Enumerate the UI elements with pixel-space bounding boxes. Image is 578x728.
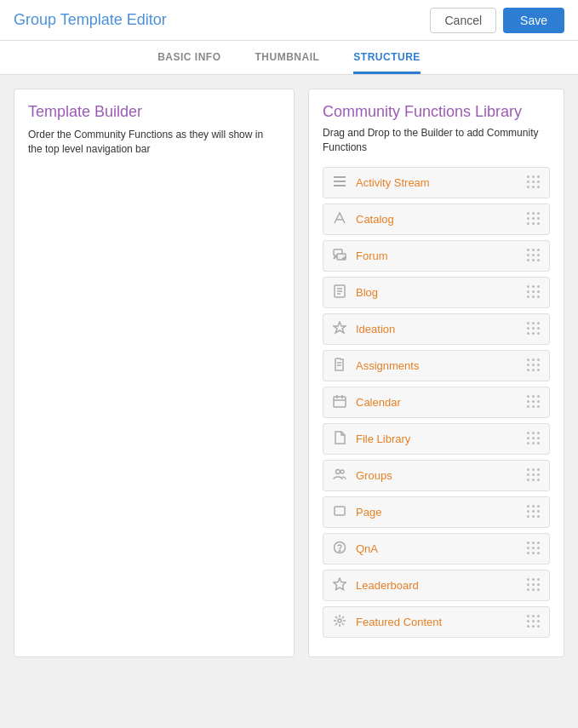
function-item-assignments[interactable]: Assignments [323,350,550,381]
page-icon [332,504,347,520]
svg-line-26 [335,616,337,618]
function-item-forum[interactable]: Forum [323,240,550,272]
svg-rect-18 [335,507,345,515]
page-title: Group Template Editor [14,11,167,29]
groups-icon [332,467,347,484]
svg-point-21 [338,619,341,622]
featured-content-label: Featured Content [356,616,442,628]
function-item-qna[interactable]: QnA [323,533,550,565]
catalog-label: Catalog [356,213,394,226]
activity-stream-drag-handle[interactable] [527,175,541,189]
assignments-drag-handle[interactable] [527,358,541,372]
svg-line-27 [342,622,344,624]
groups-label: Groups [356,469,392,482]
assignments-label: Assignments [356,359,419,372]
activity-stream-icon [332,175,347,191]
svg-rect-1 [334,181,346,182]
file-library-label: File Library [356,433,410,445]
function-item-groups[interactable]: Groups [323,460,550,491]
assignments-icon [332,358,347,374]
ideation-icon [332,321,347,337]
svg-point-20 [339,550,340,551]
ideation-label: Ideation [356,323,395,335]
tab-structure[interactable]: STRUCTURE [353,51,421,74]
file-library-icon [332,431,347,447]
function-item-calendar[interactable]: Calendar [323,387,550,418]
page-label: Page [356,506,381,519]
tabs-bar: BASIC INFO THUMBNAIL STRUCTURE [0,41,578,75]
forum-icon [332,248,347,264]
header-actions: Cancel Save [430,8,564,33]
function-item-featured-content[interactable]: Featured Content [323,606,550,638]
template-builder-desc: Order the Community Functions as they wi… [28,128,280,157]
function-item-ideation[interactable]: Ideation [323,313,550,345]
featured-content-icon [332,614,347,630]
catalog-icon [332,211,347,227]
groups-drag-handle[interactable] [527,468,541,482]
file-library-drag-handle[interactable] [527,432,541,445]
page-drag-handle[interactable] [527,505,541,519]
blog-label: Blog [356,286,378,299]
calendar-label: Calendar [356,396,401,409]
function-item-leaderboard[interactable]: Leaderboard [323,570,550,601]
tab-thumbnail[interactable]: THUMBNAIL [255,51,320,74]
qna-drag-handle[interactable] [527,542,541,555]
calendar-drag-handle[interactable] [527,395,541,409]
cancel-button[interactable]: Cancel [430,8,496,33]
qna-label: QnA [356,542,378,555]
template-builder-panel: Template Builder Order the Community Fun… [14,89,295,657]
leaderboard-drag-handle[interactable] [527,578,541,592]
app-header: Group Template Editor Cancel Save [0,0,578,41]
svg-point-17 [341,470,344,473]
svg-rect-0 [334,176,346,178]
library-title: Community Functions Library [323,103,550,121]
leaderboard-label: Leaderboard [356,579,419,592]
main-content: Template Builder Order the Community Fun… [0,75,578,671]
svg-rect-2 [334,185,346,186]
calendar-icon [332,394,347,410]
forum-drag-handle[interactable] [527,249,541,262]
svg-rect-12 [334,397,346,407]
functions-library-panel: Community Functions Library Drag and Dro… [308,89,564,657]
catalog-drag-handle[interactable] [527,212,541,226]
tab-basic-info[interactable]: BASIC INFO [157,51,220,74]
featured-content-drag-handle[interactable] [527,615,541,628]
qna-icon [332,541,347,557]
svg-line-29 [335,622,337,624]
function-item-blog[interactable]: Blog [323,277,550,308]
leaderboard-icon [332,577,347,593]
library-desc: Drag and Drop to the Builder to add Comm… [323,126,550,155]
function-item-activity-stream[interactable]: Activity Stream [323,167,550,198]
function-item-catalog[interactable]: Catalog [323,203,550,235]
blog-icon [332,284,347,301]
forum-label: Forum [356,249,388,262]
functions-list: Activity StreamCatalogForumBlogIdeationA… [323,167,550,638]
save-button[interactable]: Save [503,8,564,33]
template-builder-title: Template Builder [28,103,280,121]
function-item-file-library[interactable]: File Library [323,423,550,455]
ideation-drag-handle[interactable] [527,322,541,335]
activity-stream-label: Activity Stream [356,176,430,189]
svg-point-16 [336,469,341,473]
svg-line-28 [342,616,344,618]
function-item-page[interactable]: Page [323,496,550,528]
blog-drag-handle[interactable] [527,285,541,299]
